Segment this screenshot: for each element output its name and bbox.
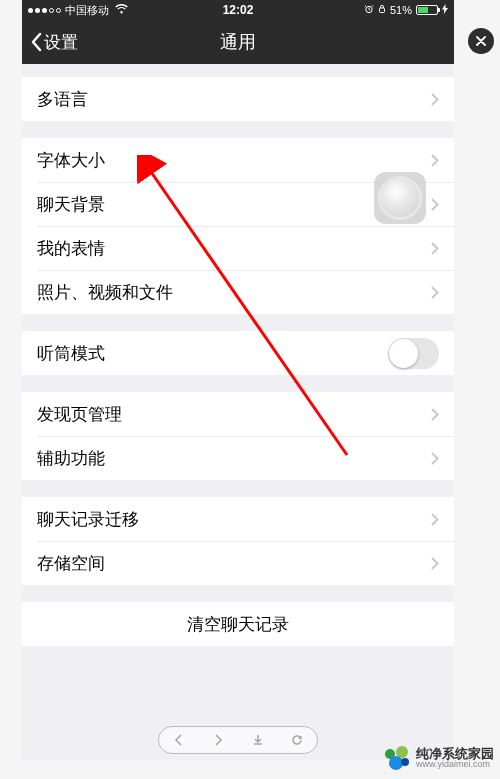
watermark: 纯净系统家园 www.yidaimei.com [382, 743, 494, 773]
switch-knob [389, 339, 418, 368]
settings-content: 多语言 字体大小 聊天背景 我的表情 照片、视频和文件 [22, 64, 454, 760]
earpiece-switch[interactable] [388, 338, 439, 369]
row-label: 字体大小 [37, 149, 431, 172]
clock: 12:02 [223, 3, 254, 17]
chevron-left-icon [30, 32, 42, 52]
svg-point-5 [389, 756, 403, 770]
chevron-right-icon [431, 452, 439, 465]
row-label: 发现页管理 [37, 403, 431, 426]
chevron-right-icon [431, 513, 439, 526]
status-left: 中国移动 [28, 3, 128, 18]
nav-bar: 设置 通用 [22, 20, 454, 64]
download-icon[interactable] [250, 732, 266, 748]
row-chat-history-migrate[interactable]: 聊天记录迁移 [22, 497, 454, 541]
signal-dots [28, 8, 61, 13]
back-button[interactable]: 设置 [30, 31, 78, 54]
chevron-right-icon [431, 154, 439, 167]
status-right: 51% [364, 4, 448, 16]
assistive-touch[interactable] [374, 172, 426, 224]
row-label: 照片、视频和文件 [37, 281, 431, 304]
carrier-label: 中国移动 [65, 3, 109, 18]
back-label: 设置 [44, 31, 78, 54]
chevron-right-icon [431, 93, 439, 106]
assistive-touch-inner [381, 179, 419, 217]
chevron-right-icon [431, 286, 439, 299]
battery-icon [416, 5, 438, 15]
alarm-icon [364, 4, 374, 16]
close-icon [476, 36, 486, 46]
row-my-stickers[interactable]: 我的表情 [22, 226, 454, 270]
status-bar: 中国移动 12:02 51% [22, 0, 454, 20]
close-button[interactable] [468, 28, 494, 54]
wifi-icon [115, 4, 128, 16]
charging-icon [442, 4, 448, 16]
row-label: 清空聊天记录 [187, 613, 289, 636]
row-language[interactable]: 多语言 [22, 77, 454, 121]
chevron-right-icon [431, 408, 439, 421]
battery-text: 51% [390, 4, 412, 16]
lock-icon [378, 4, 386, 16]
row-label: 我的表情 [37, 237, 431, 260]
row-clear-chat-history[interactable]: 清空聊天记录 [22, 602, 454, 646]
row-earpiece-mode[interactable]: 听筒模式 [22, 331, 454, 375]
prev-icon[interactable] [171, 732, 187, 748]
row-storage[interactable]: 存储空间 [22, 541, 454, 585]
row-label: 辅助功能 [37, 447, 431, 470]
row-label: 聊天记录迁移 [37, 508, 431, 531]
svg-point-6 [401, 758, 409, 766]
chevron-right-icon [431, 242, 439, 255]
row-accessibility[interactable]: 辅助功能 [22, 436, 454, 480]
row-photos-videos-files[interactable]: 照片、视频和文件 [22, 270, 454, 314]
phone-screenshot: 中国移动 12:02 51% 设置 通用 [22, 0, 454, 760]
chevron-right-icon [431, 198, 439, 211]
refresh-icon[interactable] [289, 732, 305, 748]
svg-rect-1 [379, 8, 384, 13]
row-label: 存储空间 [37, 552, 431, 575]
lightbox-toolbar [158, 726, 318, 754]
page-title: 通用 [220, 30, 256, 54]
watermark-url: www.yidaimei.com [416, 760, 494, 769]
svg-point-4 [396, 746, 408, 758]
row-discover-management[interactable]: 发现页管理 [22, 392, 454, 436]
row-label: 聊天背景 [37, 193, 431, 216]
row-label: 听筒模式 [37, 342, 388, 365]
watermark-logo-icon [382, 743, 412, 773]
row-label: 多语言 [37, 88, 431, 111]
chevron-right-icon [431, 557, 439, 570]
next-icon[interactable] [210, 732, 226, 748]
